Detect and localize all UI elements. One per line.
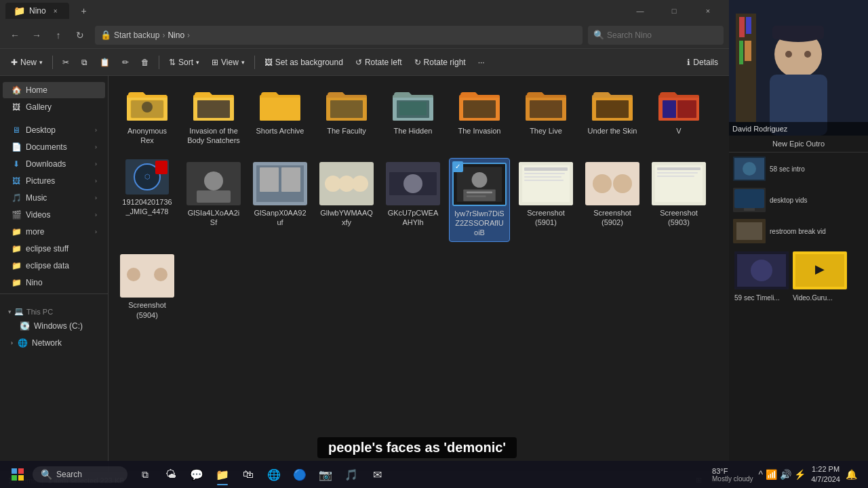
view-button[interactable]: ⊞ View ▾ <box>206 53 250 72</box>
more-button[interactable]: ··· <box>473 53 490 72</box>
folder-v[interactable]: V <box>648 84 709 150</box>
folder-name-under-skin: Under the Skin <box>588 126 637 136</box>
breadcrumb-sep: › <box>162 30 165 40</box>
folder-shorts[interactable]: Shorts Archive <box>250 84 311 150</box>
taskbar-app2[interactable]: 🔵 <box>288 462 312 487</box>
thumb-58sec[interactable]: 58 sec intro <box>732 155 865 182</box>
new-button[interactable]: ✚ New ▾ <box>5 53 48 72</box>
breadcrumb-nino[interactable]: Nino <box>167 30 184 40</box>
copy-button[interactable]: ⧉ <box>76 53 93 72</box>
folder-invasion[interactable]: Invasion of the Body Snatchers <box>183 84 244 150</box>
back-button[interactable]: ← <box>5 26 24 45</box>
rotate-left-button[interactable]: ↺ Rotate left <box>350 53 408 72</box>
taskbar-app5[interactable]: ✉ <box>365 462 389 487</box>
sidebar-item-documents[interactable]: 📄 Documents › <box>3 139 105 155</box>
cut-button[interactable]: ✂ <box>57 53 75 72</box>
thumb-59sec[interactable]: 59 sec Timeli... <box>733 250 787 304</box>
new-video-label: New Epic Outro <box>729 136 868 152</box>
thumb-restroom[interactable]: restroom break vid <box>732 218 865 245</box>
svg-rect-79 <box>18 468 24 474</box>
rotate-right-button[interactable]: ↻ Rotate right <box>409 53 471 72</box>
taskbar-app3[interactable]: 📷 <box>313 462 338 487</box>
sidebar-item-eclipse-stuff[interactable]: 📁 eclipse stuff <box>3 241 105 257</box>
folder-under-skin[interactable]: Under the Skin <box>582 84 643 150</box>
explorer-tab[interactable]: 📁 Nino × <box>5 3 69 19</box>
file-glsia[interactable]: GlSIa4LXoAA2iSf <box>183 158 244 243</box>
file-gllwby[interactable]: GllwbYWMAAQxfy <box>316 158 377 243</box>
folder-invasion2[interactable]: The Invasion <box>449 84 510 150</box>
file-ss5903[interactable]: Screenshot (5903) <box>648 158 709 243</box>
folder-they-live[interactable]: They Live <box>515 84 576 150</box>
taskbar-app4[interactable]: 🎵 <box>339 462 363 487</box>
refresh-button[interactable]: ↻ <box>71 26 90 45</box>
battery-icon[interactable]: ⚡ <box>794 469 806 480</box>
home-icon: 🏠 <box>11 85 22 96</box>
taskbar-time[interactable]: 1:22 PM 4/7/2024 <box>811 464 840 485</box>
sidebar-item-pictures[interactable]: 🖼 Pictures › <box>3 173 105 189</box>
sidebar-item-home[interactable]: 🏠 Home <box>3 82 105 98</box>
sort-button[interactable]: ⇅ Sort ▾ <box>163 53 205 72</box>
chevron-down-icon: ▾ <box>8 308 12 315</box>
file-name-191204: 191204201736_JMIG_4478 <box>121 197 174 217</box>
breadcrumb-start[interactable]: Start backup <box>114 30 159 40</box>
sidebar-item-downloads[interactable]: ⬇ Downloads › <box>3 156 105 172</box>
sidebar-item-music[interactable]: 🎵 Music › <box>3 190 105 206</box>
tab-close-button[interactable]: × <box>50 5 61 16</box>
set-bg-button[interactable]: 🖼 Set as background <box>259 53 349 72</box>
bg-icon: 🖼 <box>264 58 273 67</box>
file-lyw7[interactable]: ✓ lyw7rSlwn7DiSZ2ZSSORAflUoiB <box>449 158 510 243</box>
delete-button[interactable]: 🗑 <box>136 53 155 72</box>
taskbar-chat[interactable]: 💬 <box>184 462 209 487</box>
taskbar-app1[interactable]: 🌐 <box>262 462 286 487</box>
volume-icon[interactable]: 🔊 <box>780 469 791 480</box>
taskbar-taskview[interactable]: ⧉ <box>133 462 157 487</box>
svg-rect-8 <box>530 100 562 118</box>
up-button[interactable]: ↑ <box>49 26 68 45</box>
maximize-button[interactable]: □ <box>658 0 690 22</box>
sidebar-item-videos[interactable]: 🎬 Videos › <box>3 207 105 223</box>
sidebar-item-nino[interactable]: 📁 Nino <box>3 274 105 291</box>
file-gkcu7[interactable]: GKcU7pCWEAAHYlh <box>382 158 443 243</box>
taskbar-search[interactable]: 🔍 Search <box>33 466 127 483</box>
thumb-videoguru[interactable]: ▶ Video.Guru... <box>791 250 846 304</box>
folder-faculty[interactable]: The Faculty <box>316 84 377 150</box>
taskbar-store[interactable]: 🛍 <box>236 462 260 487</box>
sort-icon: ⇅ <box>169 58 176 67</box>
forward-button[interactable]: → <box>27 26 46 45</box>
this-pc-section[interactable]: ▾ 💻 This PC <box>0 302 108 317</box>
sidebar-item-more[interactable]: 📁 more › <box>3 224 105 240</box>
sidebar-item-network[interactable]: › 🌐 Network <box>3 335 105 351</box>
file-191204[interactable]: ⬡ 191204201736_JMIG_4478 <box>117 155 178 243</box>
file-ss5902[interactable]: Screenshot (5902) <box>582 158 643 243</box>
start-button[interactable] <box>5 462 30 487</box>
taskbar-weather[interactable]: 83°F Mostly cloudy <box>712 467 753 483</box>
minimize-button[interactable]: — <box>625 0 656 22</box>
notification-icon[interactable]: 🔔 <box>846 469 857 480</box>
sidebar-item-windows-c[interactable]: 💽 Windows (C:) <box>3 318 105 334</box>
search-input[interactable] <box>607 30 718 40</box>
folder-anonymous-rex[interactable]: Anonymous Rex <box>117 84 178 150</box>
file-grid[interactable]: Anonymous Rex Invasion of the Body Snatc… <box>108 76 729 472</box>
new-tab-button[interactable]: + <box>75 1 94 20</box>
file-glsanp[interactable]: GlSanpX0AA92uf <box>250 158 311 243</box>
taskbar-fileexplorer[interactable]: 📁 <box>210 462 235 487</box>
thumb-desktop[interactable]: desktop vids <box>732 186 865 214</box>
folder-hidden[interactable]: The Hidden <box>382 84 443 150</box>
chevron-up-icon[interactable]: ^ <box>759 469 764 480</box>
rename-button[interactable]: ✏ <box>117 53 134 72</box>
paste-button[interactable]: 📋 <box>94 53 115 72</box>
network-sys-icon[interactable]: 📶 <box>766 469 777 480</box>
documents-chevron: › <box>95 144 97 150</box>
file-name-glsanp: GlSanpX0AA92uf <box>254 208 307 228</box>
sidebar-item-desktop[interactable]: 🖥 Desktop › <box>3 122 105 138</box>
breadcrumb[interactable]: 🔒 Start backup › Nino › <box>95 26 583 45</box>
taskbar-widgets[interactable]: 🌤 <box>159 462 183 487</box>
sidebar-item-eclipse-data[interactable]: 📁 eclipse data <box>3 258 105 274</box>
sidebar-item-gallery[interactable]: 🖼 Gallery <box>3 99 105 115</box>
file-ss5901[interactable]: Screenshot (5901) <box>515 158 576 243</box>
file-ss5904[interactable]: Screenshot (5904) <box>117 250 178 324</box>
folder-icon-hidden <box>391 88 435 123</box>
details-button[interactable]: ℹ Details <box>682 53 724 72</box>
file-name-ss5904: Screenshot (5904) <box>121 300 174 320</box>
close-button[interactable]: × <box>692 0 724 22</box>
